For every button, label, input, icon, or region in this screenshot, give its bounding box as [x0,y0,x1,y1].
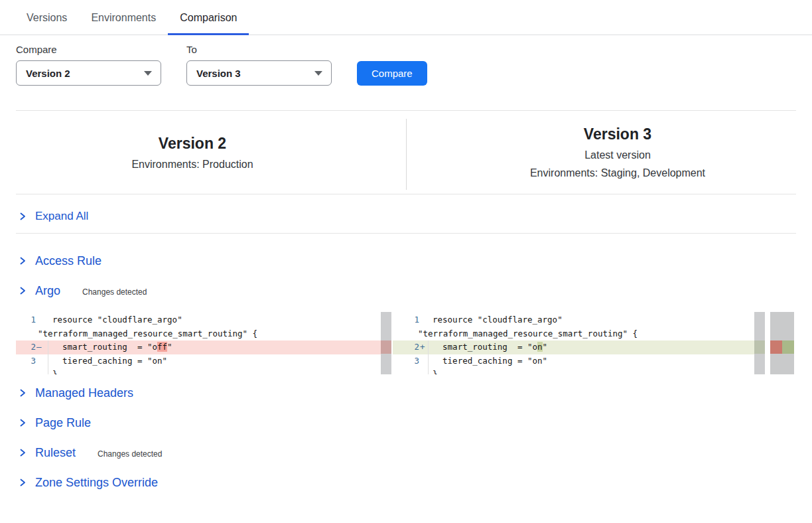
divider [406,119,407,190]
chevron-down-icon [144,71,152,76]
section-title: Argo [35,284,60,298]
chevron-right-icon [19,418,27,427]
diff-minimap[interactable] [770,312,794,374]
argo-diff: 1resource "cloudflare_argo" "terraform_m… [16,312,796,374]
section-argo[interactable]: Argo Changes detected [16,282,796,299]
code-line-removed: 2– smart_routing = "off" [16,340,381,354]
to-field: To Version 3 [186,44,332,86]
chevron-right-icon [19,212,27,221]
code-line: 1resource "cloudflare_argo" [16,313,381,327]
compare-form: Compare Version 2 To Version 3 Compare [16,44,796,86]
tab-comparison[interactable]: Comparison [168,11,249,35]
added-word-highlight: n [537,342,543,352]
version-right-title: Version 3 [439,125,796,143]
code-line-added: 2+ smart_routing = "on" [393,340,765,354]
removed-word-highlight: ff [157,342,167,352]
code-line: 3 tiered_caching = "on" [16,354,381,368]
version-left-environments: Environments: Production [16,159,369,171]
section-title: Managed Headers [35,386,133,400]
minimap-added-mark [782,340,794,354]
minimap-change-mark [770,340,794,354]
version-right-environments: Environments: Staging, Development [439,167,796,179]
version-right-subtitle: Latest version [439,149,796,161]
version-right-header: Version 3 Latest version Environments: S… [406,125,796,179]
compare-label: Compare [16,44,161,55]
diff-pane-left: 1resource "cloudflare_argo" "terraform_m… [16,312,391,374]
section-ruleset[interactable]: Ruleset Changes detected [16,444,796,461]
chevron-right-icon [19,478,27,487]
added-scroll-mark [754,340,765,354]
section-title: Ruleset [35,446,76,460]
tab-bar: Versions Environments Comparison [0,0,812,35]
to-label: To [186,44,332,55]
compare-version-value: Version 2 [26,68,70,79]
version-left-header: Version 2 Environments: Production [16,135,406,171]
changes-detected-badge: Changes detected [98,447,162,459]
section-title: Page Rule [35,416,91,430]
chevron-right-icon [19,286,27,295]
code-line-wrap: "terraform_managed_resource_smart_routin… [393,327,765,341]
chevron-right-icon [19,448,27,457]
code-line: 1resource "cloudflare_argo" [393,313,765,327]
section-zone-settings-override[interactable]: Zone Settings Override [16,474,796,491]
version-headers: Version 2 Environments: Production Versi… [16,111,796,194]
removed-scroll-mark [381,340,391,354]
compare-button[interactable]: Compare [357,61,427,86]
changes-detected-badge: Changes detected [82,285,147,297]
diff-pane-right: 1resource "cloudflare_argo" "terraform_m… [393,312,794,374]
expand-all-label: Expand All [35,210,88,223]
chevron-down-icon [314,71,322,76]
section-title: Zone Settings Override [35,476,158,490]
minimap-removed-mark [770,340,782,354]
section-list: Access Rule Argo Changes detected 1resou… [16,252,796,491]
chevron-right-icon [19,388,27,398]
version-left-title: Version 2 [16,135,369,153]
section-page-rule[interactable]: Page Rule [16,414,796,431]
code-line: } [16,368,381,374]
code-line-wrap: "terraform_managed_resource_smart_routin… [16,327,381,341]
compare-field: Compare Version 2 [16,44,161,86]
section-managed-headers[interactable]: Managed Headers [16,384,796,402]
scrollbar[interactable] [754,312,765,374]
chevron-right-icon [19,256,27,265]
tab-environments[interactable]: Environments [79,11,168,35]
to-version-select[interactable]: Version 3 [186,60,332,86]
tab-versions[interactable]: Versions [15,11,79,35]
expand-all-button[interactable]: Expand All [16,194,796,234]
section-access-rule[interactable]: Access Rule [16,252,796,269]
code-line: } [393,368,765,374]
scrollbar[interactable] [381,312,391,374]
section-title: Access Rule [35,254,102,268]
code-line: 3 tiered_caching = "on" [393,354,765,368]
compare-version-select[interactable]: Version 2 [16,60,161,86]
to-version-value: Version 3 [196,68,241,79]
